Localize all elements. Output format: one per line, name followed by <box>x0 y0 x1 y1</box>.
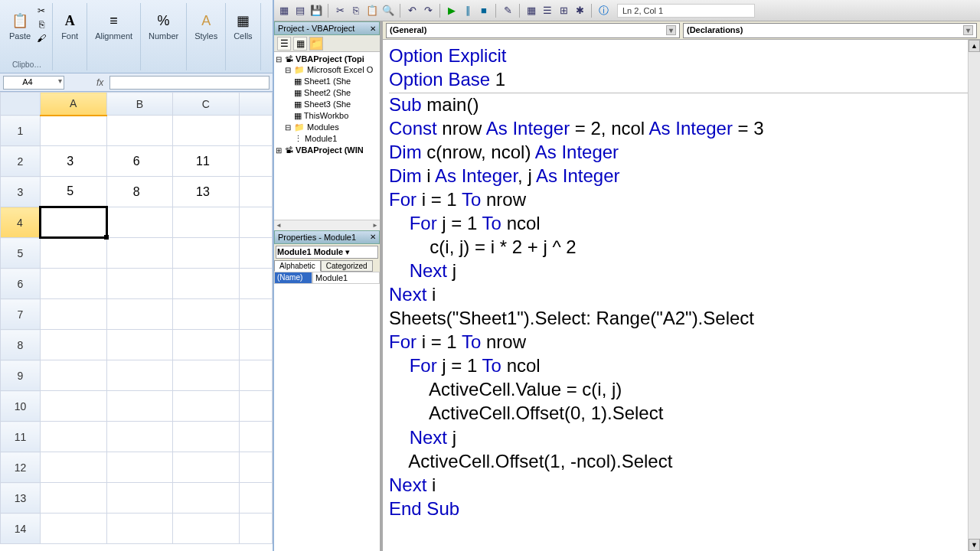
font-icon: A <box>60 11 79 30</box>
font-button[interactable]: A Font <box>57 5 82 47</box>
row-header-14[interactable]: 14 <box>1 514 41 544</box>
tree-module1[interactable]: Module1 <box>305 134 337 143</box>
col-header-a[interactable]: A <box>40 93 106 116</box>
run-icon[interactable]: ▶ <box>445 4 459 18</box>
tab-categorized[interactable]: Categorized <box>321 260 373 272</box>
properties-window-icon[interactable]: ☰ <box>541 4 554 18</box>
row-header-7[interactable]: 7 <box>1 299 41 330</box>
procedure-dropdown[interactable]: (Declarations) <box>683 23 977 38</box>
view-code-icon[interactable]: ☰ <box>277 37 291 51</box>
help-icon[interactable]: ⓘ <box>596 4 610 18</box>
col-header-d[interactable] <box>239 93 272 116</box>
tree-sheet1[interactable]: Sheet1 (She <box>304 77 351 86</box>
cell-b3[interactable]: 8 <box>106 177 173 207</box>
worksheet-grid[interactable]: A B C 1 23611 35813 4 5 6 7 8 9 10 11 12… <box>0 92 273 551</box>
properties-grid[interactable]: (Name) Module1 <box>274 272 380 551</box>
cell-a3[interactable]: 5 <box>40 177 106 207</box>
tree-root2[interactable]: VBAProject (WIN <box>296 145 364 155</box>
row-header-6[interactable]: 6 <box>1 269 41 299</box>
tree-sheet2[interactable]: Sheet2 (She <box>304 88 351 97</box>
undo-icon[interactable]: ↶ <box>405 4 419 18</box>
redo-icon[interactable]: ↷ <box>421 4 435 18</box>
tree-root1[interactable]: VBAProject (Topi <box>296 54 364 64</box>
fx-icon[interactable]: fx <box>93 77 106 88</box>
cell-c2[interactable]: 11 <box>173 146 240 177</box>
code-vertical-scrollbar[interactable]: ▲ ▼ <box>968 40 980 551</box>
tree-thisworkbook[interactable]: ThisWorkbo <box>304 111 348 120</box>
formula-input[interactable] <box>109 76 270 90</box>
tree-sheet3[interactable]: Sheet3 (She <box>304 99 351 109</box>
tree-scrollbar[interactable] <box>274 220 380 230</box>
folder-toggle-icon[interactable]: 📁 <box>309 37 323 51</box>
row-header-5[interactable]: 5 <box>1 238 41 269</box>
cells-group: ▦ Cells <box>226 3 260 70</box>
scroll-down-icon[interactable]: ▼ <box>969 539 980 551</box>
styles-label: Styles <box>194 31 217 41</box>
tab-alphabetic[interactable]: Alphabetic <box>274 260 321 272</box>
cells-button[interactable]: ▦ Cells <box>230 5 255 47</box>
row-header-8[interactable]: 8 <box>1 330 41 360</box>
font-label: Font <box>61 31 78 41</box>
row-header-4[interactable]: 4 <box>1 207 41 238</box>
cell-b4[interactable] <box>106 207 173 238</box>
vbe-body: Project - VBAProject ✕ ☰ ▦ 📁 ⊟📽 VBAProje… <box>274 21 980 551</box>
find-icon[interactable]: 🔍 <box>381 4 395 18</box>
row-header-9[interactable]: 9 <box>1 360 41 391</box>
alignment-button[interactable]: ≡ Alignment <box>92 5 136 47</box>
project-explorer-icon[interactable]: ▦ <box>524 4 538 18</box>
row-header-13[interactable]: 13 <box>1 483 41 514</box>
scroll-up-icon[interactable]: ▲ <box>969 40 980 52</box>
project-tree[interactable]: ⊟📽 VBAProject (Topi ⊟📁 Microsoft Excel O… <box>274 52 380 220</box>
tree-modules[interactable]: Modules <box>307 122 339 132</box>
cut-icon[interactable]: ✂ <box>333 4 347 18</box>
paste-button[interactable]: 📋 Paste <box>6 5 34 47</box>
row-header-2[interactable]: 2 <box>1 146 41 177</box>
row-header-11[interactable]: 11 <box>1 422 41 452</box>
cell-b2[interactable]: 6 <box>106 146 173 177</box>
tree-excel-objects[interactable]: Microsoft Excel O <box>307 65 373 74</box>
project-pane-toolbar: ☰ ▦ 📁 <box>274 35 380 52</box>
object-browser-icon[interactable]: ⊞ <box>557 4 570 18</box>
view-object-icon[interactable]: ▦ <box>293 37 307 51</box>
toolbox-icon[interactable]: ✱ <box>573 4 586 18</box>
format-painter-icon[interactable]: 🖌 <box>35 32 47 44</box>
name-box[interactable]: A4 <box>3 76 64 90</box>
cut-icon[interactable]: ✂ <box>35 5 47 17</box>
design-mode-icon[interactable]: ✎ <box>501 4 514 18</box>
number-label: Number <box>149 31 178 41</box>
styles-button[interactable]: A Styles <box>191 5 220 47</box>
copy-icon[interactable]: ⎘ <box>35 18 47 31</box>
cell-c3[interactable]: 13 <box>173 177 240 207</box>
number-button[interactable]: % Number <box>145 5 181 47</box>
paste-icon[interactable]: 📋 <box>365 4 379 18</box>
cell-a2[interactable]: 3 <box>40 146 106 177</box>
code-dropdowns: (General) (Declarations) <box>383 21 980 40</box>
cell-a4-active[interactable] <box>40 207 106 238</box>
col-header-c[interactable]: C <box>173 93 240 116</box>
code-viewport[interactable]: Option Explicit Option Base 1Sub main() … <box>383 40 980 551</box>
row-header-10[interactable]: 10 <box>1 391 41 422</box>
excel-icon[interactable]: ▦ <box>277 4 291 18</box>
code-text[interactable]: Option Explicit Option Base 1Sub main() … <box>383 40 980 526</box>
insert-module-icon[interactable]: ▤ <box>293 4 307 18</box>
close-icon[interactable]: ✕ <box>370 24 376 33</box>
save-icon[interactable]: 💾 <box>309 4 323 18</box>
properties-object-combo[interactable]: Module1 Module ▾ <box>276 246 378 259</box>
row-header-1[interactable]: 1 <box>1 116 41 146</box>
object-dropdown[interactable]: (General) <box>386 23 680 38</box>
reset-icon[interactable]: ■ <box>477 4 491 18</box>
row-header-12[interactable]: 12 <box>1 452 41 483</box>
cell-b1[interactable] <box>106 116 173 146</box>
cell-c4[interactable] <box>173 207 240 238</box>
row-header-3[interactable]: 3 <box>1 177 41 207</box>
number-icon: % <box>155 11 173 30</box>
col-header-b[interactable]: B <box>106 93 173 116</box>
vbe-sidebar: Project - VBAProject ✕ ☰ ▦ 📁 ⊟📽 VBAProje… <box>274 21 381 551</box>
prop-name-value[interactable]: Module1 <box>312 272 380 284</box>
break-icon[interactable]: ∥ <box>461 4 475 18</box>
select-all-corner[interactable] <box>1 93 41 116</box>
copy-icon[interactable]: ⎘ <box>349 4 363 18</box>
cell-a1[interactable] <box>40 116 106 146</box>
close-icon[interactable]: ✕ <box>370 233 376 241</box>
cell-c1[interactable] <box>173 116 240 146</box>
